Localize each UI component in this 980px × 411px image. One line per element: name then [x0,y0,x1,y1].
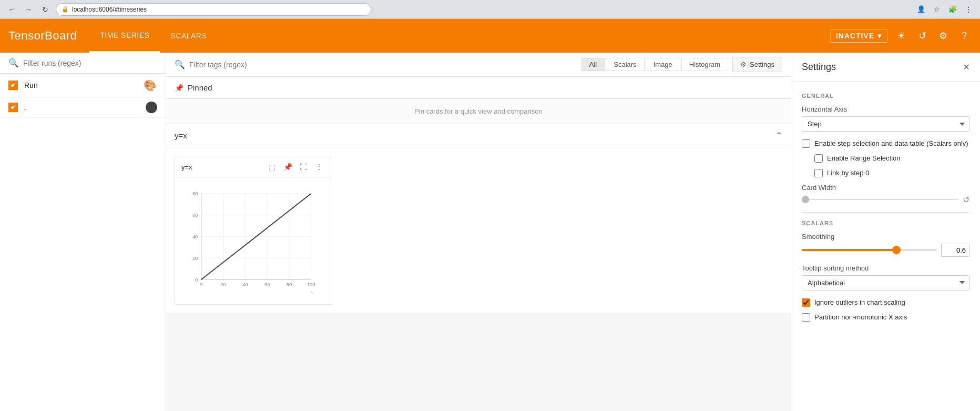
svg-text:60: 60 [264,282,270,287]
settings-icon[interactable]: ⚙ [936,28,951,43]
filter-runs-input[interactable] [23,59,157,67]
pinned-section: 📌 Pinned [166,77,791,99]
smoothing-value-input[interactable]: 0.6 [941,244,969,257]
browser-menu-btn[interactable]: ⋮ [962,3,975,16]
smoothing-field: Smoothing 0.6 [802,233,969,257]
step-selection-checkbox[interactable] [802,139,810,148]
card-width-reset-icon[interactable]: ↺ [963,195,969,205]
ignore-outliers-label: Ignore outliers in chart scaling [814,298,905,307]
main-layout: 🔍 Run 🎨 . 🔍 All Scalars I [0,53,980,411]
filter-tab-all[interactable]: All [581,58,605,71]
card-width-track[interactable] [802,199,958,200]
chart-card-yx: y=x ⬚ 📌 ⛶ ⋮ [175,156,332,305]
run-color-dot[interactable] [146,102,157,113]
horizontal-axis-field: Horizontal Axis Step Relative Wall [802,105,969,132]
svg-text:60: 60 [192,213,198,218]
svg-text:0: 0 [195,277,198,283]
run-label-dot: . [24,103,146,112]
back-button[interactable]: ← [5,3,18,16]
chart-grid-yx: y=x ⬚ 📌 ⛶ ⋮ [166,147,791,313]
fullscreen-icon[interactable]: ⛶ [297,161,310,173]
chart-canvas-yx: 0 20 40 60 80 0 20 40 60 80 100 [175,178,332,304]
refresh-icon[interactable]: ↺ [915,28,930,43]
filter-tab-image[interactable]: Image [646,58,680,71]
tooltip-sort-select[interactable]: Alphabetical Ascending Descending Defaul… [802,275,969,290]
range-selection-checkbox[interactable] [814,154,823,163]
app-bar: TensorBoard TIME SERIES SCALARS INACTIVE… [0,19,980,53]
browser-star-btn[interactable]: ☆ [931,3,943,16]
tooltip-sort-field: Tooltip sorting method Alphabetical Asce… [802,264,969,290]
url-text: localhost:6006/#timeseries [72,6,147,13]
browser-profile-btn[interactable]: 👤 [915,3,927,16]
settings-button[interactable]: ⚙ Settings [732,57,782,72]
card-width-thumb[interactable] [802,196,809,203]
filter-tabs: All Scalars Image Histogram [581,58,728,71]
chart-section-yx: y=x ⌃ y=x ⬚ 📌 ⛶ ⋮ [166,124,791,313]
partition-row: Partition non-monotonic X axis [802,313,969,322]
forward-button[interactable]: → [22,3,35,16]
help-icon[interactable]: ? [957,28,972,43]
svg-text:0: 0 [200,282,202,287]
smoothing-track[interactable] [802,249,937,251]
run-checkbox-run[interactable] [8,81,18,90]
address-bar[interactable]: 🔒 localhost:6006/#timeseries [56,3,371,16]
range-selection-row: Enable Range Selection [814,154,969,163]
nav-tabs: TIME SERIES SCALARS [89,19,217,53]
tag-filter-bar: 🔍 All Scalars Image Histogram ⚙ Settings [166,53,791,77]
nav-tab-scalars[interactable]: SCALARS [160,19,217,53]
settings-close-button[interactable]: × [963,61,969,73]
ignore-outliers-row: Ignore outliers in chart scaling [802,298,969,307]
sidebar-search-bar: 🔍 [0,53,166,74]
run-label-run: Run [24,81,142,89]
run-checkbox-dot[interactable] [8,103,18,112]
partition-checkbox[interactable] [802,313,810,322]
svg-text:80: 80 [287,282,292,287]
browser-actions: 👤 ☆ 🧩 ⋮ [915,3,975,16]
filter-tab-scalars[interactable]: Scalars [606,58,644,71]
pin-card-icon[interactable]: 📌 [281,161,294,173]
run-item-dot: . [0,97,166,118]
svg-text:40: 40 [192,234,198,239]
range-selection-label: Enable Range Selection [827,154,901,163]
tooltip-sort-label: Tooltip sorting method [802,264,969,272]
upload-icon[interactable]: ☀ [894,28,908,43]
image-icon[interactable]: ⬚ [266,161,278,173]
tag-search-icon: 🔍 [175,59,185,69]
dropdown-arrow-icon: ▾ [877,32,882,40]
browser-ext-btn[interactable]: 🧩 [946,3,959,16]
step-selection-label: Enable step selection and data table (Sc… [814,139,968,148]
refresh-button[interactable]: ↻ [39,3,52,16]
smoothing-label: Smoothing [802,233,969,240]
general-section-title: GENERAL [802,93,969,99]
sidebar: 🔍 Run 🎨 . [0,53,166,411]
step-selection-row: Enable step selection and data table (Sc… [802,139,969,148]
settings-body: GENERAL Horizontal Axis Step Relative Wa… [791,82,980,411]
more-vert-icon[interactable]: ⋮ [313,161,325,173]
horizontal-axis-select[interactable]: Step Relative Wall [802,116,969,132]
svg-text:⤡: ⤡ [310,290,314,295]
filter-tags-input[interactable] [189,61,577,69]
svg-text:20: 20 [220,282,226,287]
svg-text:20: 20 [192,256,198,261]
inactive-dropdown[interactable]: INACTIVE ▾ [830,29,887,43]
link-by-step-checkbox[interactable] [814,169,823,177]
card-width-slider-row: ↺ [802,195,969,205]
link-by-step-label: Link by step 0 [827,168,869,178]
ignore-outliers-checkbox[interactable] [802,298,810,307]
chart-card-header-yx: y=x ⬚ 📌 ⛶ ⋮ [175,156,332,178]
pin-icon: 📌 [175,84,183,92]
run-color-palette-run[interactable]: 🎨 [142,78,157,93]
chart-section-header-yx[interactable]: y=x ⌃ [166,124,791,147]
run-item-run: Run 🎨 [0,74,166,97]
inactive-label: INACTIVE [836,32,874,40]
card-width-field: Card Width ↺ [802,184,969,205]
lock-icon: 🔒 [62,6,69,13]
smoothing-thumb[interactable] [892,246,901,254]
chart-card-title-yx: y=x [181,163,192,171]
nav-tab-timeseries[interactable]: TIME SERIES [89,19,160,53]
filter-tab-histogram[interactable]: Histogram [681,58,728,71]
chart-svg-yx: 0 20 40 60 80 0 20 40 60 80 100 [179,182,316,298]
app-bar-right: INACTIVE ▾ ☀ ↺ ⚙ ? [830,28,972,43]
pinned-empty-message: Pin cards for a quick view and compariso… [166,99,791,124]
chart-card-actions-yx: ⬚ 📌 ⛶ ⋮ [266,161,325,173]
